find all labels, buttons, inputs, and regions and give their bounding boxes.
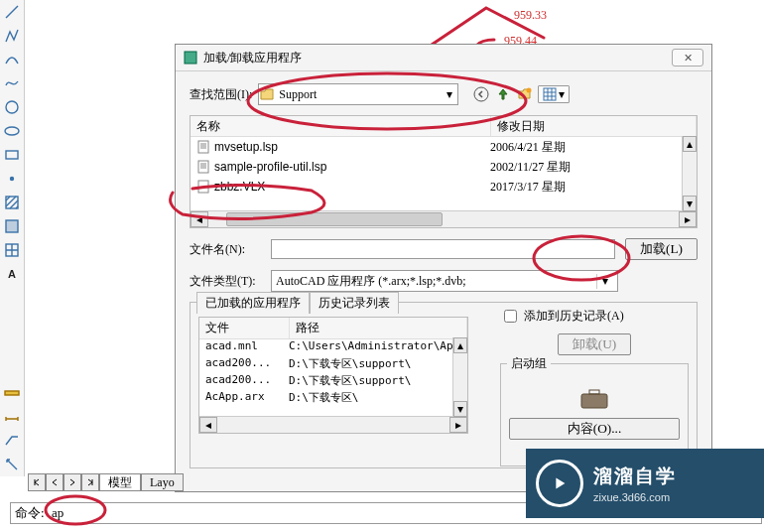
play-icon — [536, 460, 583, 507]
svg-rect-14 — [198, 141, 208, 153]
file-date: 2006/4/21 星期 — [484, 139, 697, 156]
svg-rect-16 — [198, 181, 208, 193]
loaded-row[interactable]: acad200...D:\下载专区\support\ — [199, 356, 467, 373]
filename-input[interactable] — [271, 239, 615, 259]
file-list[interactable]: 名称 修改日期 mvsetup.lsp 2006/4/21 星期 sample-… — [190, 115, 698, 228]
folder-selected: Support — [275, 87, 442, 102]
new-folder-icon[interactable] — [516, 85, 534, 103]
arc-tool[interactable] — [1, 49, 23, 70]
briefcase-icon[interactable] — [579, 388, 609, 410]
filetype-combo[interactable]: AutoCAD 应用程序 (*.arx;*.lsp;*.dvb; ▾ — [271, 270, 618, 292]
column-file[interactable]: 文件 — [199, 318, 290, 338]
svg-rect-15 — [198, 161, 208, 173]
filetype-value: AutoCAD 应用程序 (*.arx;*.lsp;*.dvb; — [276, 273, 466, 290]
circle-tool[interactable] — [1, 96, 23, 118]
file-row[interactable]: mvsetup.lsp 2006/4/21 星期 — [191, 137, 697, 157]
leader-tool[interactable] — [1, 430, 23, 452]
file-row[interactable]: zbbz.VLX 2017/3/17 星期 — [191, 177, 697, 197]
dropdown-arrow-icon: ▾ — [596, 274, 613, 289]
watermark-title: 溜溜自学 — [593, 464, 677, 489]
loaded-apps-group: 已加载的应用程序 历史记录列表 文件 路径 acad.mnlC:\Users\A… — [190, 302, 698, 468]
loaded-vscroll[interactable]: ▴▾ — [452, 337, 467, 417]
load-unload-dialog: 加载/卸载应用程序 ✕ 查找范围(I): Support ▾ ▾ — [175, 44, 712, 492]
spline-tool[interactable] — [1, 72, 23, 94]
text-tool[interactable]: A — [1, 263, 23, 285]
table-tool[interactable] — [1, 239, 23, 261]
command-value: ap — [52, 505, 64, 520]
close-button[interactable]: ✕ — [672, 49, 703, 66]
ruler-tool[interactable] — [1, 382, 23, 404]
svg-point-1 — [5, 127, 19, 135]
tab-nav-prev[interactable] — [46, 473, 64, 491]
column-path[interactable]: 路径 — [290, 318, 467, 338]
add-to-history-checkbox[interactable]: 添加到历史记录(A) — [500, 307, 689, 326]
measure-tool[interactable] — [1, 454, 23, 475]
filename-label: 文件名(N): — [190, 241, 261, 258]
view-menu-button[interactable]: ▾ — [538, 85, 570, 103]
startup-group-label: 启动组 — [507, 355, 551, 372]
loaded-row[interactable]: AcApp.arxD:\下载专区\ — [199, 390, 467, 407]
loaded-apps-table[interactable]: 文件 路径 acad.mnlC:\Users\Administrator\Ap.… — [198, 317, 468, 434]
svg-point-3 — [11, 178, 14, 181]
file-row[interactable]: sample-profile-util.lsp 2002/11/27 星期 — [191, 157, 697, 177]
file-date: 2017/3/17 星期 — [484, 179, 697, 196]
load-button[interactable]: 加载(L) — [625, 238, 698, 260]
file-name: zbbz.VLX — [214, 180, 265, 194]
loaded-row[interactable]: acad.mnlC:\Users\Administrator\Ap... — [199, 339, 467, 356]
svg-rect-17 — [581, 394, 607, 408]
back-icon[interactable] — [472, 85, 490, 103]
svg-rect-2 — [6, 151, 18, 159]
folder-icon — [259, 86, 275, 102]
hatch-tool[interactable] — [1, 192, 23, 213]
rectangle-tool[interactable] — [1, 144, 23, 166]
app-icon — [184, 51, 197, 65]
draw-toolbar: A — [0, 0, 25, 476]
svg-point-0 — [6, 101, 18, 113]
loaded-row[interactable]: acad200...D:\下载专区\support\ — [199, 373, 467, 390]
tab-history[interactable]: 历史记录列表 — [310, 292, 399, 314]
svg-rect-13 — [544, 88, 556, 100]
file-name: mvsetup.lsp — [214, 140, 278, 154]
svg-rect-5 — [6, 220, 18, 232]
svg-point-12 — [527, 88, 532, 93]
dialog-titlebar: 加载/卸载应用程序 ✕ — [176, 45, 711, 71]
tab-nav-first[interactable] — [28, 473, 46, 491]
tab-nav-next[interactable] — [64, 473, 81, 491]
folder-dropdown[interactable]: Support ▾ — [258, 83, 458, 105]
watermark: 溜溜自学 zixue.3d66.com — [526, 449, 764, 518]
svg-point-11 — [474, 87, 488, 101]
file-icon — [196, 180, 210, 194]
contents-button[interactable]: 内容(O)... — [509, 418, 680, 440]
layout-tabs: 模型 Layo — [28, 472, 184, 492]
tab-layout1[interactable]: Layo — [141, 473, 184, 491]
polyline-tool[interactable] — [1, 25, 23, 47]
dialog-title: 加载/卸载应用程序 — [203, 50, 672, 66]
svg-rect-7 — [5, 391, 19, 395]
ellipse-tool[interactable] — [1, 120, 23, 142]
command-prompt: 命令: — [15, 505, 45, 520]
dimension-text: 959.33 — [514, 8, 547, 23]
svg-rect-18 — [589, 390, 599, 394]
dimension-tool[interactable] — [1, 406, 23, 428]
up-folder-icon[interactable] — [494, 85, 512, 103]
watermark-url: zixue.3d66.com — [593, 491, 677, 503]
dropdown-arrow-icon: ▾ — [442, 87, 457, 101]
file-icon — [196, 140, 210, 154]
tab-model[interactable]: 模型 — [99, 473, 141, 491]
loaded-hscroll[interactable]: ◂▸ — [199, 416, 467, 433]
tab-loaded-apps[interactable]: 已加载的应用程序 — [196, 292, 310, 314]
file-name: sample-profile-util.lsp — [214, 160, 326, 174]
svg-rect-10 — [185, 52, 196, 64]
line-tool[interactable] — [1, 1, 23, 23]
region-tool[interactable] — [1, 215, 23, 237]
unload-button[interactable]: 卸载(U) — [558, 333, 632, 355]
tab-nav-last[interactable] — [81, 473, 99, 491]
point-tool[interactable] — [1, 168, 23, 190]
file-icon — [196, 160, 210, 174]
file-list-vscroll[interactable]: ▴▾ — [682, 136, 697, 211]
file-date: 2002/11/27 星期 — [484, 159, 697, 176]
column-name[interactable]: 名称 — [191, 116, 491, 136]
look-in-label: 查找范围(I): — [190, 86, 252, 103]
file-list-hscroll[interactable]: ◂▸ — [191, 210, 697, 227]
column-date[interactable]: 修改日期 — [491, 116, 697, 136]
